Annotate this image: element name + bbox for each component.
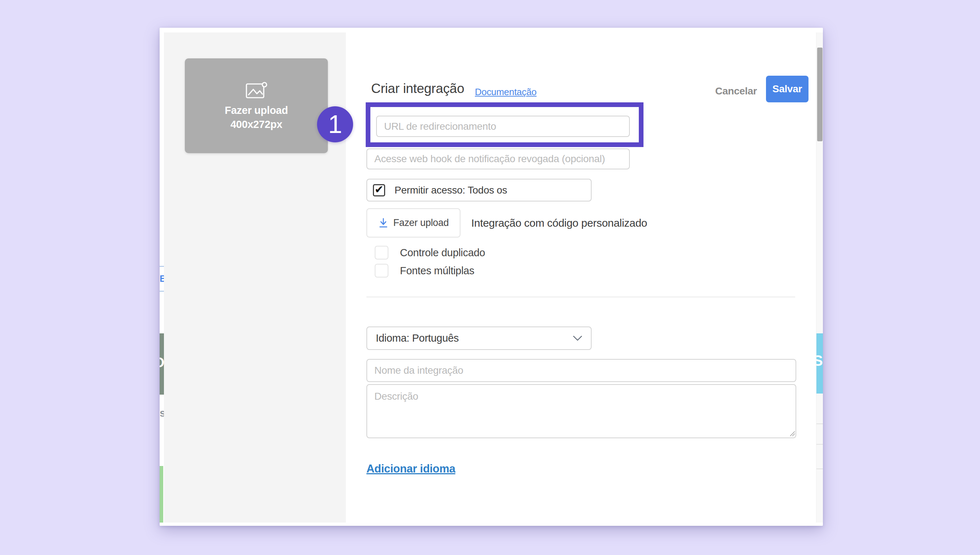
multiple-sources-label: Fontes múltiplas: [400, 265, 474, 277]
access-checkbox[interactable]: ✔: [373, 184, 385, 196]
duplicate-control-label: Controle duplicado: [400, 247, 485, 259]
access-permission-box[interactable]: ✔ Permitir acesso: Todos os: [367, 179, 592, 202]
edge-card-fragment-green: [160, 466, 163, 523]
custom-code-label: Integração com código personalizado: [471, 217, 647, 229]
edge-small-text-fragment: s: [160, 407, 164, 419]
app-screenshot-panel: EI D s Fazer upload 400x272px 1 Criar in…: [160, 28, 823, 526]
edge-card-fragment-blue: S: [817, 334, 823, 393]
edge-card-fragment-sage: D: [160, 334, 164, 395]
redirect-url-input[interactable]: [376, 115, 630, 137]
upload-placeholder-line2: 400x272px: [230, 119, 282, 130]
background-page-left-edge: EI D s: [160, 32, 164, 523]
step-1-number: 1: [328, 110, 342, 139]
duplicate-control-checkbox[interactable]: [375, 246, 388, 260]
edge-divider-fragment: [817, 468, 823, 469]
step-1-badge: 1: [317, 106, 353, 142]
documentation-link[interactable]: Documentação: [475, 87, 536, 98]
upload-placeholder-line1: Fazer upload: [225, 104, 288, 116]
upload-code-button[interactable]: Fazer upload: [367, 208, 460, 237]
description-textarea[interactable]: [367, 384, 796, 438]
edge-divider-fragment: [817, 444, 823, 445]
multiple-sources-checkbox[interactable]: [375, 264, 388, 278]
download-icon: [378, 218, 388, 228]
save-button[interactable]: Salvar: [766, 76, 809, 103]
webhook-url-input[interactable]: [367, 149, 630, 169]
language-select[interactable]: Idioma: Português: [367, 327, 592, 350]
cancel-button[interactable]: Cancelar: [715, 85, 757, 97]
edge-divider-fragment: [160, 291, 164, 292]
section-divider: [367, 297, 795, 297]
integration-name-input[interactable]: [367, 359, 796, 382]
dialog-left-panel: Fazer upload 400x272px: [164, 32, 346, 523]
edge-card-letter: D: [160, 355, 164, 371]
image-upload-dropzone[interactable]: Fazer upload 400x272px: [185, 58, 328, 153]
chevron-down-icon: [573, 335, 582, 341]
edge-link-text-fragment: EI: [160, 273, 164, 286]
dialog-title: Criar integração: [371, 81, 464, 96]
edge-divider-fragment: [160, 266, 164, 267]
scrollbar-track[interactable]: S: [816, 32, 823, 523]
add-language-link[interactable]: Adicionar idioma: [367, 462, 455, 475]
edge-divider-fragment: [817, 423, 823, 424]
upload-code-button-label: Fazer upload: [394, 217, 449, 228]
scrollbar-thumb[interactable]: [817, 48, 823, 141]
checkmark-icon: ✔: [375, 184, 384, 195]
access-checkbox-label: Permitir acesso: Todos os: [394, 184, 507, 196]
language-select-value: Idioma: Português: [376, 332, 459, 344]
edge-card-letter: S: [817, 352, 823, 369]
image-icon: [245, 82, 268, 99]
